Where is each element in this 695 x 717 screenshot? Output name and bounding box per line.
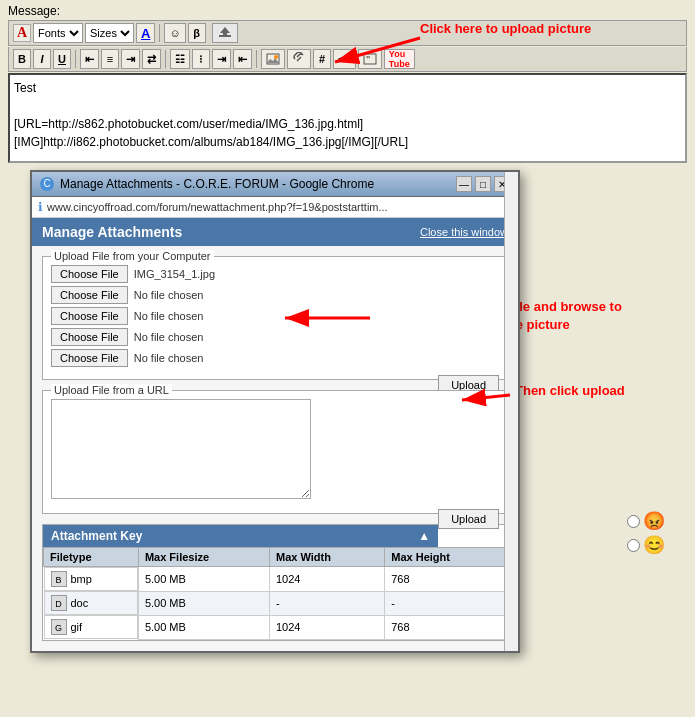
cell-filetype: Ddoc (44, 591, 138, 615)
cell-size: 5.00 MB (138, 591, 269, 615)
radio-group: 😡 😊 (627, 510, 665, 556)
modal-url: www.cincyoffroad.com/forum/newattachment… (47, 201, 388, 213)
modal-scrollbar[interactable] (504, 172, 518, 651)
radio-item-2: 😊 (627, 534, 665, 556)
link-btn[interactable] (287, 49, 311, 69)
manage-attachments-modal: C Manage Attachments - C.O.R.E. FORUM - … (30, 170, 520, 653)
underline-btn[interactable]: U (53, 49, 71, 69)
radio-2[interactable] (627, 539, 640, 552)
font-icon: A (13, 24, 31, 42)
youtube-btn[interactable]: YouTube (384, 49, 415, 69)
chrome-icon: C (40, 177, 54, 191)
filetype-icon: B (51, 571, 67, 587)
color-btn[interactable]: A (136, 23, 155, 43)
cell-size: 5.00 MB (138, 615, 269, 639)
modal-titlebar-buttons: — □ ✕ (456, 176, 510, 192)
separator (159, 24, 160, 42)
file-row-4: Choose File No file chosen (51, 328, 499, 346)
toolbar-row2: B I U ⇤ ≡ ⇥ ⇄ ☷ ⁝ ⇥ ⇤ # <> " YouTube (8, 47, 687, 72)
upload-url-section: Upload File from a URL Upload (42, 390, 508, 514)
attachment-key-section: Attachment Key ▲ Filetype Max Filesize M… (42, 524, 508, 641)
radio-1[interactable] (627, 515, 640, 528)
font-select[interactable]: Fonts (33, 23, 83, 43)
ol-btn[interactable]: ☷ (170, 49, 190, 69)
file-name-5: No file chosen (134, 352, 204, 364)
modal-header: Manage Attachments Close this window (32, 218, 518, 246)
cell-height: - (385, 591, 507, 615)
cell-height: 768 (385, 615, 507, 639)
message-line4: [IMG]http://i862.photobucket.com/albums/… (14, 133, 681, 151)
choose-file-btn-5[interactable]: Choose File (51, 349, 128, 367)
align-full-btn[interactable]: ⇄ (142, 49, 161, 69)
attachment-key-title: Attachment Key (51, 529, 142, 543)
choose-file-btn-2[interactable]: Choose File (51, 286, 128, 304)
col-maxwidth: Max Width (269, 548, 384, 567)
minimize-btn[interactable]: — (456, 176, 472, 192)
svg-marker-3 (267, 58, 279, 63)
filetype-name: gif (71, 621, 83, 633)
attachment-key-header: Attachment Key ▲ (43, 525, 438, 547)
col-maxheight: Max Height (385, 548, 507, 567)
modal-urlbar: ℹ www.cincyoffroad.com/forum/newattachme… (32, 197, 518, 218)
table-row: Ggif5.00 MB1024768 (44, 615, 507, 639)
file-row-2: Choose File No file chosen (51, 286, 499, 304)
file-name-3: No file chosen (134, 310, 204, 322)
modal-header-title: Manage Attachments (42, 224, 182, 240)
annotation-upload: Click here to upload picture (420, 20, 591, 38)
cell-filetype: Ggif (44, 615, 138, 639)
file-row-5: Choose File No file chosen (51, 349, 499, 367)
align-left-btn[interactable]: ⇤ (80, 49, 99, 69)
italic-btn[interactable]: I (33, 49, 51, 69)
file-name-4: No file chosen (134, 331, 204, 343)
separator3 (165, 50, 166, 68)
choose-file-btn-1[interactable]: Choose File (51, 265, 128, 283)
choose-file-btn-3[interactable]: Choose File (51, 307, 128, 325)
misc-btn[interactable]: β (188, 23, 206, 43)
hash-btn[interactable]: # (313, 49, 331, 69)
cell-size: 5.00 MB (138, 567, 269, 592)
message-line2 (14, 97, 681, 115)
file-name-1: IMG_3154_1.jpg (134, 268, 215, 280)
upload-computer-section: Upload File from your Computer Choose Fi… (42, 256, 508, 380)
file-row-3: Choose File No file chosen (51, 307, 499, 325)
radio-item-1: 😡 (627, 510, 665, 532)
code-btn[interactable]: <> (333, 49, 356, 69)
modal-title: Manage Attachments - C.O.R.E. FORUM - Go… (60, 177, 374, 191)
align-center-btn[interactable]: ≡ (101, 49, 119, 69)
annotation-upload-btn: Then click upload (515, 382, 625, 400)
outdent-btn[interactable]: ⇤ (233, 49, 252, 69)
img-btn[interactable] (261, 49, 285, 69)
table-row: Bbmp5.00 MB1024768 (44, 567, 507, 592)
filetype-name: doc (71, 597, 89, 609)
size-select[interactable]: Sizes (85, 23, 134, 43)
info-icon: ℹ (38, 200, 43, 214)
ul-btn[interactable]: ⁝ (192, 49, 210, 69)
upload-image-btn[interactable] (212, 23, 238, 43)
col-filesize: Max Filesize (138, 548, 269, 567)
bold-btn[interactable]: B (13, 49, 31, 69)
col-filetype: Filetype (44, 548, 139, 567)
message-label: Message: (8, 4, 687, 18)
cell-height: 768 (385, 567, 507, 592)
svg-rect-0 (219, 35, 231, 37)
restore-btn[interactable]: □ (475, 176, 491, 192)
svg-point-4 (274, 55, 278, 59)
separator2 (75, 50, 76, 68)
filetype-name: bmp (71, 573, 92, 585)
svg-text:": " (366, 54, 370, 64)
indent-btn[interactable]: ⇥ (212, 49, 231, 69)
align-right-btn[interactable]: ⇥ (121, 49, 140, 69)
svg-marker-1 (220, 27, 230, 35)
cell-width: 1024 (269, 615, 384, 639)
url-input[interactable] (51, 399, 311, 499)
upload-url-btn[interactable]: Upload (438, 509, 499, 529)
smiley-btn[interactable]: ☺ (164, 23, 185, 43)
attachment-table: Filetype Max Filesize Max Width Max Heig… (43, 547, 507, 640)
close-window-link[interactable]: Close this window (420, 226, 508, 238)
choose-file-btn-4[interactable]: Choose File (51, 328, 128, 346)
quote-btn[interactable]: " (358, 49, 382, 69)
file-name-2: No file chosen (134, 289, 204, 301)
message-body[interactable]: Test [URL=http://s862.photobucket.com/us… (8, 73, 687, 163)
cell-filetype: Bbmp (44, 567, 138, 591)
upload-url-title: Upload File from a URL (51, 384, 172, 396)
